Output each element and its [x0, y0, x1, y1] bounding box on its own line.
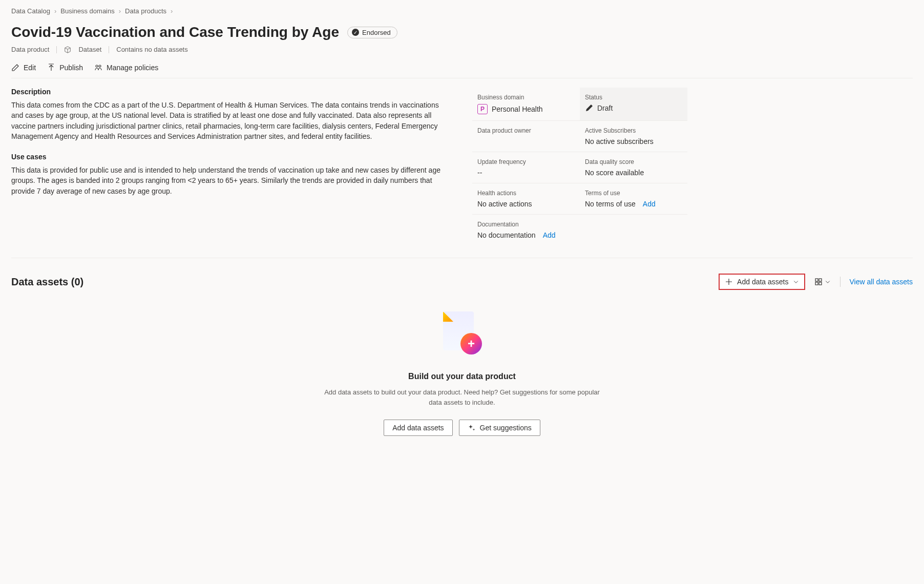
toolbar: Edit Publish Manage policies — [11, 64, 913, 78]
meta-label: Terms of use — [585, 190, 682, 197]
breadcrumb: Data Catalog › Business domains › Data p… — [11, 7, 913, 15]
chevron-down-icon — [825, 279, 831, 285]
meta-value: No active actions — [477, 200, 575, 208]
get-suggestions-button[interactable]: Get suggestions — [459, 420, 540, 436]
domain-name: Personal Health — [492, 105, 543, 113]
meta-label: Documentation — [477, 221, 682, 228]
empty-illustration: + — [439, 310, 485, 357]
breadcrumb-item-domains[interactable]: Business domains — [60, 7, 115, 15]
docs-value: No documentation — [477, 231, 536, 239]
chevron-right-icon: › — [171, 7, 173, 15]
page-title: Covid-19 Vaccination and Case Trending b… — [11, 24, 339, 40]
meta-label: Active Subscribers — [585, 127, 682, 134]
description-heading: Description — [11, 88, 452, 96]
right-column: Business domain P Personal Health Status… — [472, 88, 687, 245]
meta-update-frequency: Update frequency -- — [472, 152, 580, 183]
chevron-down-icon — [793, 279, 799, 285]
view-all-data-assets-link[interactable]: View all data assets — [850, 278, 913, 286]
edit-label: Edit — [24, 64, 36, 72]
breadcrumb-item-catalog[interactable]: Data Catalog — [11, 7, 50, 15]
publish-label: Publish — [59, 64, 83, 72]
dataset-icon — [64, 46, 71, 53]
meta-business-domain: Business domain P Personal Health — [472, 88, 580, 121]
breadcrumb-item-products[interactable]: Data products — [125, 7, 166, 15]
empty-text: Add data assets to build out your data p… — [319, 387, 605, 407]
data-assets-actions: Add data assets View all data assets — [719, 274, 913, 290]
publish-button[interactable]: Publish — [47, 64, 83, 72]
meta-label: Data product owner — [477, 127, 575, 134]
empty-buttons: Add data assets Get suggestions — [319, 420, 605, 436]
meta-value: No documentation Add — [477, 231, 682, 239]
sparkle-icon — [468, 424, 476, 432]
meta-label: Update frequency — [477, 158, 575, 165]
meta-label: Health actions — [477, 190, 575, 197]
divider — [109, 46, 109, 53]
terms-value: No terms of use — [585, 200, 636, 208]
svg-rect-5 — [819, 282, 822, 285]
add-data-assets-button-secondary[interactable]: Add data assets — [384, 420, 452, 436]
empty-state: + Build out your data product Add data a… — [319, 310, 605, 436]
data-assets-heading: Data assets (0) — [11, 276, 83, 288]
meta-documentation: Documentation No documentation Add — [472, 215, 687, 245]
svg-point-1 — [99, 65, 101, 67]
meta-value: No score available — [585, 169, 682, 177]
meta-value: No terms of use Add — [585, 200, 682, 208]
subtitle-row: Data product Dataset Contains no data as… — [11, 46, 913, 53]
view-mode-button[interactable] — [814, 278, 831, 286]
dataset-label: Dataset — [78, 46, 101, 53]
grid-icon — [814, 278, 823, 286]
endorsed-badge: ✓ Endorsed — [347, 27, 397, 38]
divider — [56, 46, 57, 53]
meta-label: Data quality score — [585, 158, 682, 165]
policies-icon — [94, 64, 102, 72]
add-data-assets-label: Add data assets — [737, 278, 788, 286]
svg-rect-3 — [819, 279, 822, 281]
manage-policies-button[interactable]: Manage policies — [94, 64, 158, 72]
meta-value: No active subscribers — [585, 137, 682, 145]
divider — [840, 277, 841, 287]
main-body: Description This data comes from the CDC… — [11, 88, 913, 258]
add-data-assets-label: Add data assets — [392, 424, 444, 432]
meta-quality-score: Data quality score No score available — [580, 152, 687, 183]
publish-icon — [47, 64, 55, 72]
add-data-assets-button[interactable]: Add data assets — [719, 274, 805, 290]
svg-point-0 — [96, 65, 98, 67]
svg-rect-2 — [815, 279, 818, 281]
manage-policies-label: Manage policies — [107, 64, 158, 72]
meta-status: Status Draft — [580, 88, 687, 121]
add-docs-link[interactable]: Add — [543, 231, 556, 239]
svg-rect-4 — [815, 282, 818, 285]
draft-icon — [585, 104, 593, 112]
add-terms-link[interactable]: Add — [643, 200, 656, 208]
meta-label: Status — [585, 94, 682, 101]
chevron-right-icon: › — [54, 7, 56, 15]
description-text: This data comes from the CDC as a part o… — [11, 100, 452, 141]
get-suggestions-label: Get suggestions — [480, 424, 532, 432]
data-assets-header: Data assets (0) Add data assets View all… — [11, 274, 913, 290]
plus-circle-icon: + — [460, 333, 482, 354]
metadata-grid: Business domain P Personal Health Status… — [472, 88, 687, 245]
meta-value: P Personal Health — [477, 104, 575, 114]
title-row: Covid-19 Vaccination and Case Trending b… — [11, 24, 913, 40]
type-label: Data product — [11, 46, 49, 53]
use-cases-heading: Use cases — [11, 153, 452, 161]
meta-value: Draft — [585, 104, 682, 112]
meta-terms-of-use: Terms of use No terms of use Add — [580, 183, 687, 215]
left-column: Description This data comes from the CDC… — [11, 88, 452, 245]
meta-label: Business domain — [477, 94, 575, 101]
chevron-right-icon: › — [119, 7, 121, 15]
use-cases-text: This data is provided for public use and… — [11, 165, 452, 196]
meta-health-actions: Health actions No active actions — [472, 183, 580, 215]
status-value: Draft — [597, 104, 613, 112]
empty-title: Build out your data product — [319, 372, 605, 381]
domain-badge-icon: P — [477, 104, 488, 114]
checkmark-icon: ✓ — [352, 29, 359, 36]
assets-note: Contains no data assets — [116, 46, 187, 53]
meta-value: -- — [477, 169, 575, 177]
meta-owner: Data product owner — [472, 121, 580, 152]
edit-button[interactable]: Edit — [11, 64, 36, 72]
plus-icon — [725, 278, 733, 286]
meta-subscribers: Active Subscribers No active subscribers — [580, 121, 687, 152]
endorsed-label: Endorsed — [362, 29, 391, 36]
pencil-icon — [11, 64, 19, 72]
